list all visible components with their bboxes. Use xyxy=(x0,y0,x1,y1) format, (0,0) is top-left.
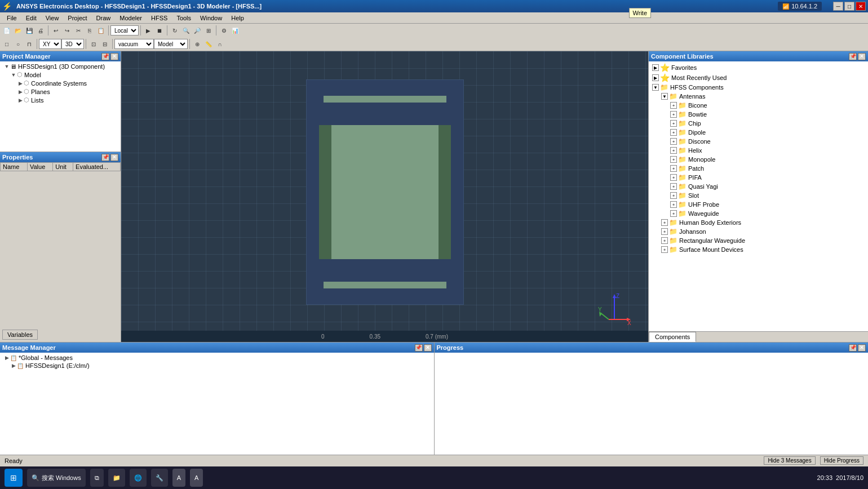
pm-close-button[interactable]: ✕ xyxy=(110,53,118,60)
toolbar-fit[interactable]: ⊞ xyxy=(203,25,214,36)
cl-patch[interactable]: + 📁 Patch xyxy=(650,164,867,173)
cl-monopole[interactable]: + 📁 Monopole xyxy=(650,155,867,164)
toolbar-new[interactable]: 📄 xyxy=(1,25,12,36)
expand-patch[interactable]: + xyxy=(670,165,677,172)
minimize-button[interactable]: ─ xyxy=(833,2,843,11)
toolbar-transform[interactable]: ⊕ xyxy=(192,38,203,50)
msg-global[interactable]: ▶ 📋 *Global - Messages xyxy=(1,354,433,362)
expand-antennas[interactable]: ▼ xyxy=(661,93,668,100)
toolbar-zoom-out[interactable]: 🔎 xyxy=(192,25,203,36)
toolbar-settings[interactable]: ⚙ xyxy=(218,25,229,36)
taskbar-browser[interactable]: 🌐 xyxy=(130,469,147,487)
cl-johanson[interactable]: + 📁 Johanson xyxy=(650,227,867,236)
taskbar-ansys2[interactable]: A xyxy=(190,469,203,487)
expand-pifa[interactable]: + xyxy=(670,174,677,181)
cl-helix[interactable]: + 📁 Helix xyxy=(650,146,867,155)
cl-slot[interactable]: + 📁 Slot xyxy=(650,191,867,200)
tab-components[interactable]: Components xyxy=(649,332,696,342)
hide-progress-button[interactable]: Hide Progress xyxy=(820,456,863,465)
expand-favorites[interactable]: ▶ xyxy=(652,64,659,71)
expand-johanson[interactable]: + xyxy=(661,228,668,235)
dim-select[interactable]: 3D 2D xyxy=(61,39,84,49)
expand-human-body[interactable]: + xyxy=(661,219,668,226)
prop-close-button[interactable]: ✕ xyxy=(110,154,118,161)
tree-item-planes[interactable]: ▶ ⬡ Planes xyxy=(1,87,119,96)
start-button[interactable]: ⊞ xyxy=(5,469,23,487)
cl-close-button[interactable]: ✕ xyxy=(858,53,866,60)
expand-smd[interactable]: + xyxy=(661,246,668,253)
expand-uhf-probe[interactable]: + xyxy=(670,201,677,208)
menu-project[interactable]: Project xyxy=(63,14,91,23)
menu-draw[interactable]: Draw xyxy=(92,14,116,23)
expand-hfssdesign-msg[interactable]: ▶ xyxy=(10,362,17,369)
menu-hfss[interactable]: HFSS xyxy=(147,14,172,23)
toolbar-save[interactable]: 💾 xyxy=(24,25,35,36)
toolbar-stop[interactable]: ⏹ xyxy=(154,25,165,36)
toolbar-run[interactable]: ▶ xyxy=(143,25,154,36)
cl-discone[interactable]: + 📁 Discone xyxy=(650,137,867,146)
canvas-area[interactable]: Z X Y 0 0.35 0.7 (mm) xyxy=(121,51,648,342)
cl-rect-waveguide[interactable]: + 📁 Rectangular Waveguide xyxy=(650,236,867,245)
toolbar-sphere[interactable]: ○ xyxy=(12,38,24,50)
expand-helix[interactable]: + xyxy=(670,147,677,154)
close-button[interactable]: ✕ xyxy=(856,2,866,11)
cl-dipole[interactable]: + 📁 Dipole xyxy=(650,128,867,137)
toolbar-analyze[interactable]: 📊 xyxy=(229,25,241,36)
expand-icon[interactable]: ▼ xyxy=(3,63,10,70)
msg-close-button[interactable]: ✕ xyxy=(424,344,432,352)
msg-hfssdesign[interactable]: ▶ 📋 HFSSDesign1 (E:/clm/) xyxy=(1,362,433,370)
toolbar-rotate[interactable]: ↻ xyxy=(169,25,180,36)
expand-bowtie[interactable]: + xyxy=(670,111,677,118)
expand-slot[interactable]: + xyxy=(670,192,677,199)
toolbar-measure[interactable]: 📏 xyxy=(203,38,214,50)
cl-pin-button[interactable]: 📌 xyxy=(849,53,857,60)
expand-recent[interactable]: ▶ xyxy=(652,74,659,81)
expand-dipole[interactable]: + xyxy=(670,129,677,136)
taskbar-explorer[interactable]: 📁 xyxy=(108,469,125,487)
tree-item-coord[interactable]: ▶ ⬡ Coordinate Systems xyxy=(1,79,119,87)
toolbar-undo[interactable]: ↩ xyxy=(50,25,61,36)
cl-hfss[interactable]: ▼ 📁 HFSS Components xyxy=(650,83,867,92)
expand-waveguide[interactable]: + xyxy=(670,210,677,217)
expand-monopole[interactable]: + xyxy=(670,156,677,163)
local-select[interactable]: Local xyxy=(110,25,139,35)
expand-rect-waveguide[interactable]: + xyxy=(661,237,668,244)
cl-recent[interactable]: ▶ ⭐ Most Recently Used xyxy=(650,73,867,83)
menu-edit[interactable]: Edit xyxy=(21,14,41,23)
vacuum-select[interactable]: vacuum xyxy=(114,39,154,49)
cl-favorites[interactable]: ▶ ⭐ Favorites xyxy=(650,63,867,73)
cl-quasi-yagi[interactable]: + 📁 Quasi Yagi xyxy=(650,182,867,191)
cl-bicone[interactable]: + 📁 Bicone xyxy=(650,101,867,110)
taskbar-app1[interactable]: 🔧 xyxy=(151,469,168,487)
model-select[interactable]: Model xyxy=(154,39,188,49)
toolbar-open[interactable]: 📂 xyxy=(12,25,24,36)
expand-global[interactable]: ▶ xyxy=(3,354,10,361)
cl-waveguide[interactable]: + 📁 Waveguide xyxy=(650,209,867,218)
prop-pin-button[interactable]: 📌 xyxy=(101,154,109,161)
menu-modeler[interactable]: Modeler xyxy=(115,14,147,23)
menu-file[interactable]: File xyxy=(2,14,21,23)
cl-uhf-probe[interactable]: + 📁 UHF Probe xyxy=(650,200,867,209)
expand-icon-planes[interactable]: ▶ xyxy=(17,88,24,95)
taskbar-ansys1[interactable]: A xyxy=(172,469,185,487)
menu-view[interactable]: View xyxy=(41,14,64,23)
expand-icon-coord[interactable]: ▶ xyxy=(17,80,24,87)
hide-messages-button[interactable]: Hide 3 Messages xyxy=(764,456,815,465)
expand-hfss[interactable]: ▼ xyxy=(652,84,659,91)
pm-pin-button[interactable]: 📌 xyxy=(101,53,109,60)
xy-select[interactable]: XY YZ XZ xyxy=(39,39,61,49)
toolbar-cylinder[interactable]: ⊓ xyxy=(24,38,35,50)
toolbar-zoom-in[interactable]: 🔍 xyxy=(180,25,192,36)
menu-window[interactable]: Window xyxy=(196,14,227,23)
tree-item-model[interactable]: ▼ ⬡ Model xyxy=(1,70,119,79)
expand-quasi-yagi[interactable]: + xyxy=(670,183,677,190)
prog-pin-button[interactable]: 📌 xyxy=(849,344,857,352)
expand-chip[interactable]: + xyxy=(670,120,677,127)
search-bar[interactable]: 🔍 搜索 Windows xyxy=(27,469,86,487)
toolbar-box[interactable]: □ xyxy=(1,38,12,50)
toolbar-print[interactable]: 🖨 xyxy=(35,25,46,36)
maximize-button[interactable]: □ xyxy=(844,2,854,11)
toolbar-copy[interactable]: ⎘ xyxy=(84,25,95,36)
tree-item-hfss[interactable]: ▼ 🖥 HFSSDesign1 (3D Component) xyxy=(1,63,119,70)
toolbar-select-all[interactable]: ⊡ xyxy=(88,38,99,50)
